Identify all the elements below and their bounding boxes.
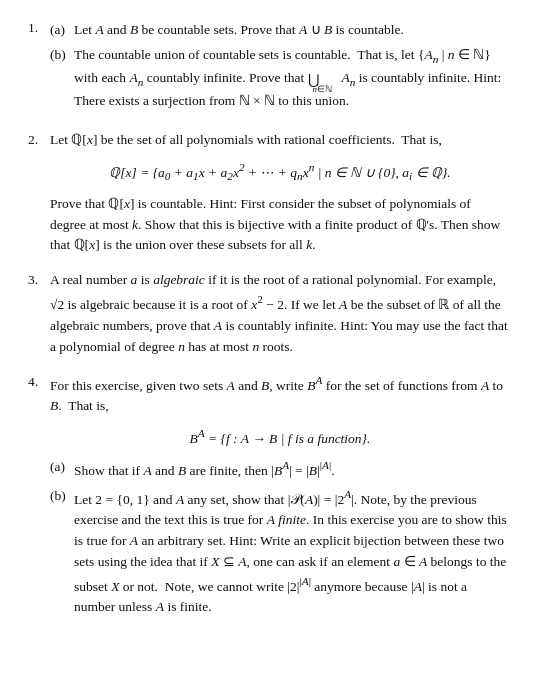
problem-1a-content: Let A and B be countable sets. Prove tha…: [74, 20, 510, 41]
problem-1-number: 1.: [28, 18, 50, 116]
problem-3-content: A real number a is algebraic if it is th…: [50, 270, 510, 357]
problem-3-number: 3.: [28, 270, 50, 357]
problem-4b-label: (b): [50, 486, 74, 619]
problem-4-content: For this exercise, given two sets A and …: [50, 372, 510, 623]
problem-1b-content: The countable union of countable sets is…: [74, 45, 510, 112]
problem-1a-label: (a): [50, 20, 74, 41]
problem-2: 2. Let ℚ[x] be the set of all polynomial…: [28, 130, 510, 256]
problem-4b-content: Let 2 = {0, 1} and A any set, show that …: [74, 486, 510, 619]
problem-4-math: BA = {f : A → B | f is a function}.: [50, 425, 510, 449]
problem-1-sublist: (a) Let A and B be countable sets. Prove…: [50, 20, 510, 112]
problem-2-content: Let ℚ[x] be the set of all polynomials w…: [50, 130, 510, 256]
problem-1-content: (a) Let A and B be countable sets. Prove…: [50, 18, 510, 116]
problem-4b: (b) Let 2 = {0, 1} and A any set, show t…: [50, 486, 510, 619]
problem-4a-label: (a): [50, 457, 74, 481]
problem-4: 4. For this exercise, given two sets A a…: [28, 372, 510, 623]
problem-4-sublist: (a) Show that if A and B are finite, the…: [50, 457, 510, 618]
problem-2-number: 2.: [28, 130, 50, 256]
problem-2-body: Prove that ℚ[x] is countable. Hint: Firs…: [50, 194, 510, 257]
problem-1a: (a) Let A and B be countable sets. Prove…: [50, 20, 510, 41]
problem-list: 1. (a) Let A and B be countable sets. Pr…: [28, 18, 510, 622]
problem-4a-content: Show that if A and B are finite, then |B…: [74, 457, 510, 481]
problem-2-intro: Let ℚ[x] be the set of all polynomials w…: [50, 130, 510, 151]
problem-3-body: A real number a is algebraic if it is th…: [50, 270, 510, 357]
problem-3: 3. A real number a is algebraic if it is…: [28, 270, 510, 357]
problem-4a: (a) Show that if A and B are finite, the…: [50, 457, 510, 481]
problem-1b: (b) The countable union of countable set…: [50, 45, 510, 112]
problem-1b-label: (b): [50, 45, 74, 112]
problem-4-number: 4.: [28, 372, 50, 623]
problem-1: 1. (a) Let A and B be countable sets. Pr…: [28, 18, 510, 116]
problem-4-intro: For this exercise, given two sets A and …: [50, 372, 510, 417]
problem-2-math: ℚ[x] = {a0 + a1x + a2x2 + ⋯ + qnxn | n ∈…: [50, 159, 510, 186]
